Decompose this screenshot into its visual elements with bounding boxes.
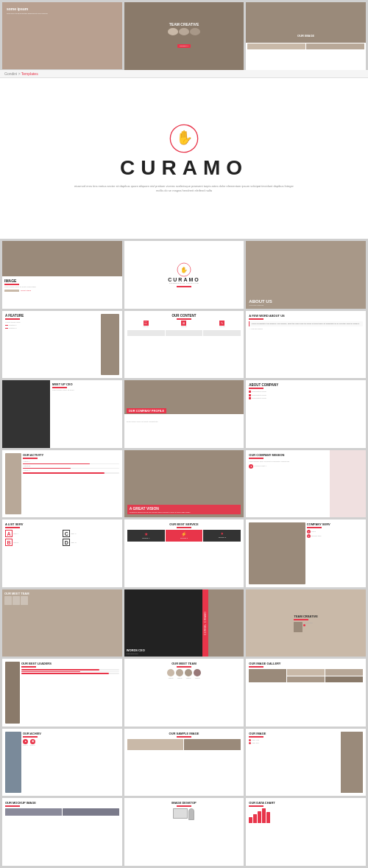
words-ceo-title: WORDS CEO [127, 648, 206, 652]
achievement-title: OUR ACHIEV [23, 732, 119, 735]
about-company-title: ABOUT COMPANY [249, 383, 363, 387]
gallery-title: OUR IMAGE GALLERY [249, 662, 363, 665]
about-us-title: ABOUT US [249, 299, 363, 304]
svg-text:✋: ✋ [176, 130, 194, 147]
image-title: OUR IMAGE [297, 34, 314, 38]
content-title: OUR CONTENT [127, 314, 241, 318]
chart-title: OUR DATA CHART [249, 801, 363, 805]
preview-slide-image: OUR IMAGE [246, 2, 366, 70]
slide-desktop: IMAGE DESKTOP [124, 798, 244, 866]
slide-meet-team-1: OUR MEET TEAM [2, 589, 122, 657]
meet-team-2-title: OUR MEET TEAM [127, 662, 241, 665]
curamo-brand-name: CURAMO [168, 277, 200, 282]
breadcrumb-parent: Gondini [4, 71, 17, 76]
slide-sample: OUR SAMPLE IMAGE [124, 729, 244, 797]
our-image-2-title: OUR IMAGE [249, 732, 339, 735]
slide-activity: OUR ACTIVITY Activity A Activity B Activ… [2, 450, 122, 517]
team-creative-2-title: TEAM CREATIVE [294, 615, 317, 618]
slide-content: OUR CONTENT ☷ 100 px ⊞ 100 px ✎ 100 px [124, 311, 244, 379]
profile-title: OUR COMPANY PROFILE [129, 409, 165, 413]
breadcrumb: Gondini > Templates [0, 70, 368, 78]
list-title: A LIST SERV [5, 522, 119, 526]
team-title: TEAM CREATIVE [127, 22, 242, 27]
feature-title: A FEATURE [5, 314, 99, 318]
slide-service: OUR BEST SERVICE ★ Service 1 ⚡ Service 2… [124, 519, 244, 587]
slide-few-words: A FEW WORD ABOUT US "More consectetur th… [246, 311, 366, 379]
slide-image: IMAGE lorem ipsum dolor sit amet consect… [2, 241, 122, 308]
slide-mockup: OUR MOCKUP IMAGE [2, 798, 122, 865]
slide-team-creative-2: TEAM CREATIVE Description [246, 589, 366, 657]
slide-achievement: OUR ACHIEV ▲ Goal 1 ◉ Goal 2 [2, 729, 122, 796]
slide-gallery: OUR IMAGE GALLERY [246, 659, 366, 727]
logo-hand-icon: ✋ [169, 124, 199, 153]
company-serv-title: COMPANY SERV [307, 522, 363, 526]
slide-vision: A GREAT VISION consectetur adipiscing el… [124, 450, 244, 518]
vision-title: A GREAT VISION [130, 506, 239, 511]
slide-words-ceo: WORDS CEO lorem ipsum dolor CORNEL CIRAM… [124, 589, 244, 657]
slide-meet-team-2: OUR MEET TEAM Name Name Name [124, 659, 244, 727]
slide-leaders: OUR BEST LEADERS [2, 659, 122, 726]
sample-title: OUR SAMPLE IMAGE [127, 732, 241, 735]
slide-mission: OUR COMPANY MISSION lorem ipsum dolor si… [246, 450, 366, 518]
slide-our-image-2: OUR IMAGE Item one Item two [246, 729, 366, 797]
slides-grid: IMAGE lorem ipsum dolor sit amet consect… [0, 239, 368, 868]
top-preview-row: some ipsum lorem dolor sit amet consecte… [0, 0, 368, 70]
brand-name: CURAMO [120, 156, 248, 180]
slide-about-company: ABOUT COMPANY Description lorem Descript… [246, 380, 366, 448]
preview-slide-team: TEAM CREATIVE Element 4 [124, 2, 244, 70]
mockup-title: OUR MOCKUP IMAGE [5, 801, 119, 805]
slide-feature: A FEATURE Lorem ipsum dolor Feature 1 Fe… [2, 311, 122, 378]
brand-description: eiusmod eros tins metus sector sit dapib… [74, 184, 294, 192]
breadcrumb-current: Templates [21, 71, 38, 76]
meet-team-1-title: OUR MEET TEAM [4, 592, 120, 595]
curamo-tagline: POWERPOINT TEMPLATE [169, 282, 199, 284]
svg-text:✋: ✋ [180, 266, 188, 273]
hero-slide: ✋ CURAMO eiusmod eros tins metus sector … [0, 78, 368, 239]
leaders-title: OUR BEST LEADERS [21, 662, 119, 665]
slide-chart: OUR DATA CHART [246, 798, 366, 866]
activity-title: OUR ACTIVITY [23, 453, 119, 457]
slide-list: A LIST SERV A Item A C Item C B Item B [2, 519, 122, 587]
few-words-title: A FEW WORD ABOUT US [249, 314, 363, 318]
preview-slide-left: some ipsum lorem dolor sit amet consecte… [2, 2, 122, 69]
slide-curamo: ✋ CURAMO POWERPOINT TEMPLATE [124, 241, 244, 309]
slide-ceo: MEET UP CEO lorem ipsum dolor sit amet [2, 380, 122, 447]
slide-company-serv: COMPANY SERV ✦ Turbo ✦ Service item [246, 519, 366, 587]
curamo-logo-icon: ✋ [177, 262, 191, 277]
desktop-title: IMAGE DESKTOP [127, 801, 241, 805]
mission-title: OUR COMPANY MISSION [249, 453, 363, 457]
slide-image-title: IMAGE [4, 279, 120, 283]
service-title: OUR BEST SERVICE [127, 522, 241, 526]
ceo-title: MEET UP CEO [52, 382, 120, 386]
slide-company-profile: OUR COMPANY PROFILE lorem ipsum dolor si… [124, 380, 244, 448]
slide-about-photo: ABOUT US consectetur adipiscing [246, 241, 366, 309]
page-wrapper: some ipsum lorem dolor sit amet consecte… [0, 0, 368, 868]
